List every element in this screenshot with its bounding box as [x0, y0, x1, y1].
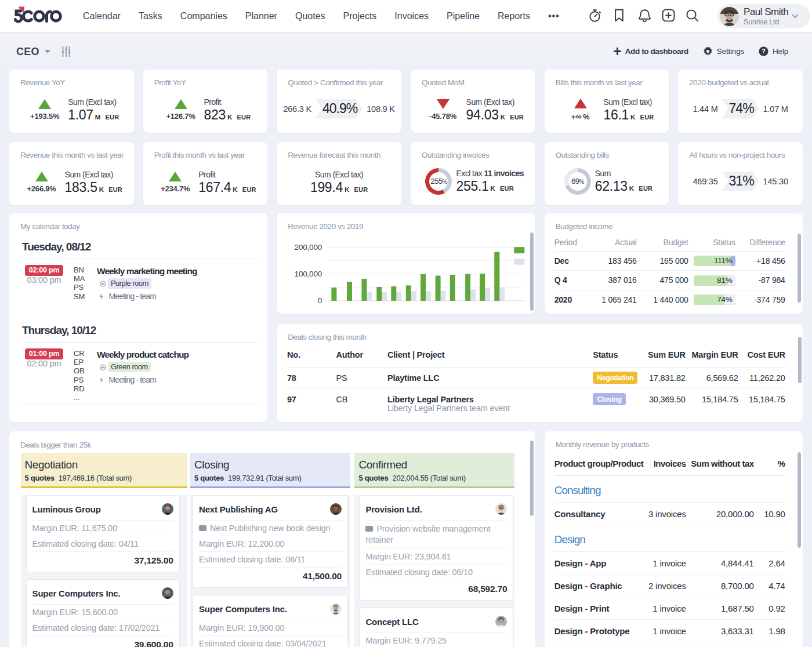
svg-text:?: ?: [762, 48, 766, 54]
svg-text:200,000: 200,000: [295, 243, 322, 252]
svg-text:0: 0: [318, 296, 322, 305]
svg-text:100,000: 100,000: [295, 270, 322, 278]
